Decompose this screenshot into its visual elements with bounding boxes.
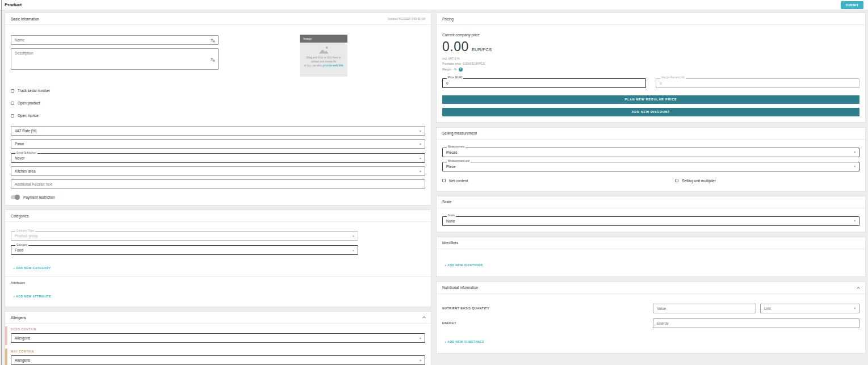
dropdown-caret-icon: ▾ <box>420 129 421 133</box>
allergen-group-does-contain: DOES CONTAIN Allergens ▾ <box>5 325 431 347</box>
dropdown-caret-icon: ▾ <box>854 165 856 168</box>
energy-input[interactable] <box>657 319 856 328</box>
add-new-category-link[interactable]: + ADD NEW CATEGORY <box>13 266 51 270</box>
net-content-label: Net content <box>449 179 468 183</box>
energy-field[interactable] <box>653 318 859 328</box>
description-input[interactable] <box>15 51 215 69</box>
add-new-identifier-link[interactable]: + ADD NEW IDENTIFIER <box>445 263 483 267</box>
additional-receipt-input[interactable] <box>15 180 421 188</box>
margin-percent-field[interactable]: Margin Percent [%] <box>656 78 859 88</box>
measurement-unit-label: Measurement unit <box>447 160 471 163</box>
measurement-select[interactable]: Measurement Pieces ▾ <box>442 148 859 157</box>
plan-new-regular-price-button[interactable]: PLAN NEW REGULAR PRICE <box>442 95 859 104</box>
may-contain-value: Allergens <box>15 358 30 362</box>
allergens-card: Allergens DOES CONTAIN Allergens ▾ MAY C… <box>5 311 431 365</box>
image-placeholder-icon <box>316 45 331 54</box>
add-new-substance-link[interactable]: + ADD NEW SUBSTANCE <box>445 340 484 343</box>
dropdown-caret-icon: ▾ <box>420 359 421 362</box>
translate-icon <box>210 57 215 62</box>
net-content-checkbox[interactable] <box>442 179 446 182</box>
selling-unit-multiplier-checkbox-row[interactable]: Selling unit multiplier <box>675 179 716 183</box>
nutrient-value-field[interactable] <box>653 304 756 313</box>
submit-button[interactable]: SUBMIT <box>841 1 863 9</box>
help-icon[interactable]: ? <box>459 68 463 72</box>
net-content-checkbox-row[interactable]: Net content <box>442 179 468 183</box>
price-eur-input[interactable] <box>446 79 642 87</box>
dropdown-caret-icon: ▾ <box>420 157 421 160</box>
pawn-select[interactable]: Pawn ▾ <box>11 139 425 149</box>
does-contain-select[interactable]: Allergens ▾ <box>11 333 425 343</box>
name-field[interactable] <box>11 35 219 45</box>
payment-restriction-toggle[interactable] <box>11 195 19 199</box>
chevron-up-icon[interactable] <box>422 316 426 320</box>
vat-rate-value: VAT Rate [%] <box>15 129 36 133</box>
selling-measurement-card: Selling measurement Measurement Pieces ▾… <box>436 127 866 191</box>
category-type-label: Category Type <box>15 230 35 233</box>
selling-unit-multiplier-checkbox[interactable] <box>675 179 678 182</box>
dropdown-caret-icon: ▾ <box>353 249 354 252</box>
nutritional-information-title: Nutritional information <box>442 286 478 290</box>
open-inprice-checkbox-row[interactable]: Open inprice <box>11 114 425 118</box>
description-field[interactable] <box>11 48 219 70</box>
dropdown-caret-icon: ▾ <box>353 234 354 238</box>
nutrient-value-input[interactable] <box>657 304 752 313</box>
current-price-value: 0.00 <box>442 39 469 54</box>
open-product-label: Open product <box>18 101 40 105</box>
nutrient-unit-select[interactable]: Unit ▾ <box>760 304 859 313</box>
margin-percent-label: Margin Percent [%] <box>660 77 686 79</box>
price-eur-field[interactable]: Price [EUR] <box>442 78 646 88</box>
measurement-unit-select[interactable]: Measurement unit Piece ▾ <box>442 162 859 171</box>
category-type-select[interactable]: Category Type Product group ▾ <box>11 231 358 241</box>
vat-rate-select[interactable]: VAT Rate [%] ▾ <box>11 126 425 136</box>
allergens-title: Allergens <box>11 316 26 320</box>
measurement-unit-value: Piece <box>446 165 455 169</box>
track-serial-checkbox[interactable] <box>11 89 14 93</box>
additional-receipt-field[interactable] <box>11 179 425 189</box>
margin-text: Margin: - % <box>442 68 457 71</box>
track-serial-label: Track serial number <box>18 89 50 93</box>
image-upload-or-text: or you can also <box>304 64 322 67</box>
measurement-value: Pieces <box>446 150 458 154</box>
categories-card: Categories Category Type Product group ▾… <box>5 209 431 307</box>
window-edge-line <box>1 0 2 365</box>
open-product-checkbox-row[interactable]: Open product <box>11 101 425 105</box>
energy-label: ENERGY <box>442 321 653 325</box>
dropdown-caret-icon: ▾ <box>420 142 421 146</box>
toggle-knob <box>15 195 20 200</box>
send-to-kitchen-select[interactable]: Send To Kitchen Never ▾ <box>11 153 425 163</box>
may-contain-label: MAY CONTAIN <box>11 350 425 353</box>
margin-percent-input[interactable] <box>660 79 856 87</box>
open-inprice-checkbox[interactable] <box>11 114 14 118</box>
category-value: Food <box>15 248 23 252</box>
kitchen-area-select[interactable]: Kitchen area ▾ <box>11 166 425 176</box>
selling-measurement-title: Selling measurement <box>442 131 477 135</box>
basic-information-card: Basic Information Updated 4/12/2024 9:50… <box>5 12 431 205</box>
purchase-price-text: Purchase price: 0.0000 EUR/PCS <box>442 62 859 65</box>
provide-web-link[interactable]: provide web link <box>322 64 343 67</box>
send-to-kitchen-value: Never <box>15 156 24 160</box>
current-price-unit: EUR/PCS <box>472 47 492 52</box>
right-column: Pricing Current company price 0.00 EUR/P… <box>436 12 866 354</box>
kitchen-area-value: Kitchen area <box>15 169 36 173</box>
add-new-attribute-link[interactable]: + ADD NEW ATTRIBUTE <box>13 295 51 298</box>
track-serial-checkbox-row[interactable]: Track serial number <box>11 89 425 93</box>
nutrient-basis-quantity-label: NUTRIENT BASIS QUANTITY <box>442 307 653 310</box>
image-upload-dropzone[interactable]: Image Drag and drop or click here to upl… <box>300 35 347 77</box>
allergen-color-bar <box>5 326 7 345</box>
scale-select[interactable]: Scale None ▾ <box>442 216 859 226</box>
category-select[interactable]: Category Food ▾ <box>11 245 358 255</box>
attributes-title: Attributes <box>11 281 425 284</box>
updated-timestamp: Updated 4/12/2024 9:50:50 AM <box>388 18 425 20</box>
incl-vat-text: Incl. VAT: 0 % <box>442 57 859 60</box>
identifiers-card: Identifiers + ADD NEW IDENTIFIER <box>436 237 866 277</box>
dropdown-caret-icon: ▾ <box>854 307 856 310</box>
image-upload-text: Drag and drop or click here to upload yo… <box>300 56 347 64</box>
add-new-discount-button[interactable]: ADD NEW DISCOUNT <box>442 108 859 116</box>
may-contain-select[interactable]: Allergens ▾ <box>11 355 425 365</box>
chevron-up-icon[interactable] <box>857 287 860 290</box>
does-contain-value: Allergens <box>15 336 30 340</box>
name-input[interactable] <box>15 36 215 44</box>
image-upload-header: Image <box>300 35 347 43</box>
open-product-checkbox[interactable] <box>11 102 14 105</box>
left-column: Basic Information Updated 4/12/2024 9:50… <box>5 12 431 365</box>
